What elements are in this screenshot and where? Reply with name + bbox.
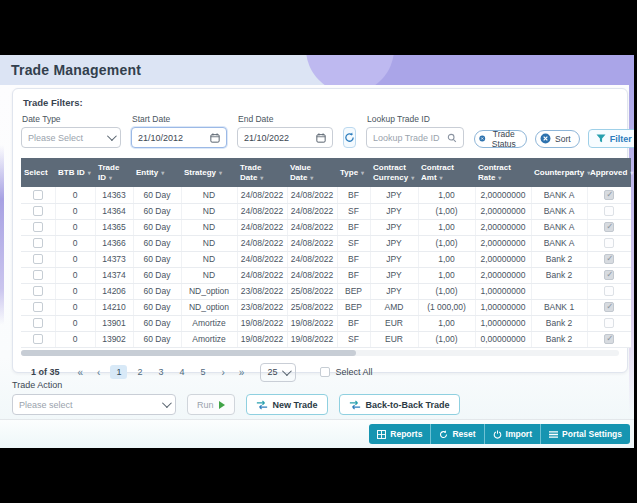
column-header-type[interactable]: Type▾ (337, 158, 370, 187)
row-select-checkbox[interactable] (33, 254, 43, 264)
end-date-field: End Date 21/10/2022 (237, 114, 333, 148)
filter-button[interactable]: Filter (588, 129, 634, 148)
import-button[interactable]: Import (485, 424, 541, 444)
cell-btb_id: 0 (55, 187, 95, 203)
sort-caret-icon: ▾ (361, 170, 364, 177)
cell-approved (587, 187, 631, 203)
cell-strategy: ND (181, 187, 237, 203)
cell-contract_rate: 0,00000000 (475, 331, 531, 347)
trade-action-section: Trade Action Please select Run New Trade… (12, 380, 460, 415)
cell-contract_amt: (1,00) (418, 283, 475, 299)
table-row: 01390260 DayAmortize19/08/202219/08/2022… (21, 331, 631, 347)
column-header-contract_currency[interactable]: ContractCurrency▾ (370, 158, 418, 187)
prev-page-button[interactable]: ‹ (93, 366, 104, 379)
column-header-entity[interactable]: Entity▾ (133, 158, 181, 187)
column-header-strategy[interactable]: Strategy▾ (181, 158, 237, 187)
cell-contract_amt: (1 000,00) (418, 299, 475, 315)
app-window: Trade Management Trade Filters: Date Typ… (0, 55, 634, 448)
horizontal-scrollbar[interactable] (21, 350, 619, 356)
cell-strategy: ND (181, 203, 237, 219)
sort-caret-icon: ▾ (109, 175, 112, 182)
start-date-input[interactable]: 21/10/2012 (131, 127, 227, 148)
reset-button[interactable]: Reset (431, 424, 484, 444)
cell-value_date: 24/08/2022 (287, 203, 337, 219)
cell-trade_date: 24/08/2022 (237, 235, 287, 251)
calendar-icon (210, 133, 220, 143)
cell-btb_id: 0 (55, 283, 95, 299)
play-icon (219, 401, 225, 409)
row-select-checkbox[interactable] (33, 270, 43, 280)
cell-trade_id: 13901 (95, 315, 133, 331)
cell-type: BF (337, 315, 370, 331)
page-number-2[interactable]: 2 (131, 365, 148, 379)
cell-approved (587, 315, 631, 331)
next-page-button[interactable]: › (218, 366, 229, 379)
back-to-back-trade-button[interactable]: Back-to-Back Trade (339, 394, 460, 415)
column-header-contract_amt[interactable]: ContractAmt▾ (418, 158, 475, 187)
portal-settings-button[interactable]: Portal Settings (541, 424, 630, 444)
page-size-select[interactable]: 25 (260, 363, 296, 382)
page-number-1[interactable]: 1 (110, 365, 127, 379)
column-header-value_date[interactable]: ValueDate▾ (287, 158, 337, 187)
cell-strategy: ND (181, 251, 237, 267)
date-type-select[interactable]: Please Select (21, 127, 121, 148)
column-header-trade_date[interactable]: TradeDate▾ (237, 158, 287, 187)
cell-value_date: 25/08/2022 (287, 299, 337, 315)
sort-caret-icon: ▾ (630, 170, 633, 177)
row-select-checkbox[interactable] (33, 206, 43, 216)
approved-checkbox (604, 302, 614, 312)
select-all-checkbox[interactable] (320, 367, 330, 377)
funnel-icon (596, 134, 606, 143)
last-page-button[interactable]: » (235, 366, 249, 379)
column-header-btb_id[interactable]: BTB ID▾ (55, 158, 95, 187)
table-row: 01436460 DayND24/08/202224/08/2022SFJPY(… (21, 203, 631, 219)
trade-action-select[interactable]: Please select (12, 394, 176, 415)
sort-caret-icon: ▾ (440, 175, 443, 182)
row-select-checkbox[interactable] (33, 318, 43, 328)
cell-type: BF (337, 251, 370, 267)
lookup-field: Lookup Trade ID Lookup Trade ID (366, 114, 464, 148)
sort-caret-icon: ▾ (219, 170, 222, 177)
cell-select (21, 299, 55, 315)
first-page-button[interactable]: « (74, 366, 88, 379)
exchange-icon (349, 400, 361, 410)
new-trade-button[interactable]: New Trade (246, 394, 328, 415)
cell-trade_id: 14364 (95, 203, 133, 219)
sort-label: Sort (555, 134, 571, 144)
sort-button[interactable]: Sort (535, 130, 580, 148)
cell-trade_id: 13902 (95, 331, 133, 347)
end-date-input[interactable]: 21/10/2022 (237, 127, 333, 148)
cell-contract_amt: (1,00) (418, 331, 475, 347)
run-button[interactable]: Run (187, 394, 235, 415)
cell-contract_amt: (1,00) (418, 235, 475, 251)
page-number-5[interactable]: 5 (194, 365, 211, 379)
refresh-button[interactable] (343, 127, 356, 148)
horizontal-scrollbar-thumb[interactable] (21, 350, 356, 356)
search-icon (447, 133, 457, 143)
trade-filters-card: Trade Filters: Date Type Please Select S… (12, 88, 628, 373)
reports-button[interactable]: Reports (369, 424, 431, 444)
sort-caret-icon: ▾ (310, 175, 313, 182)
row-select-checkbox[interactable] (33, 302, 43, 312)
row-select-checkbox[interactable] (33, 222, 43, 232)
footer-button-group: ReportsResetImportPortal Settings (369, 424, 630, 444)
row-select-checkbox[interactable] (33, 238, 43, 248)
page-number-4[interactable]: 4 (173, 365, 190, 379)
column-header-counterparty[interactable]: Counterparty▾ (531, 158, 587, 187)
trade-status-button[interactable]: Trade Status (474, 130, 527, 148)
select-all-control: Select All (320, 367, 372, 377)
approved-checkbox (604, 286, 614, 296)
row-select-checkbox[interactable] (33, 334, 43, 344)
page-number-3[interactable]: 3 (152, 365, 169, 379)
row-select-checkbox[interactable] (33, 190, 43, 200)
approved-checkbox (604, 254, 614, 264)
lookup-trade-id-input[interactable]: Lookup Trade ID (366, 127, 464, 148)
cell-trade_id: 14374 (95, 267, 133, 283)
column-header-approved[interactable]: Approved▾ (587, 158, 631, 187)
cell-approved (587, 203, 631, 219)
column-header-contract_rate[interactable]: ContractRate▾ (475, 158, 531, 187)
row-select-checkbox[interactable] (33, 286, 43, 296)
select-all-label: Select All (335, 367, 372, 377)
column-header-trade_id[interactable]: TradeID▾ (95, 158, 133, 187)
cell-strategy: ND_option (181, 283, 237, 299)
